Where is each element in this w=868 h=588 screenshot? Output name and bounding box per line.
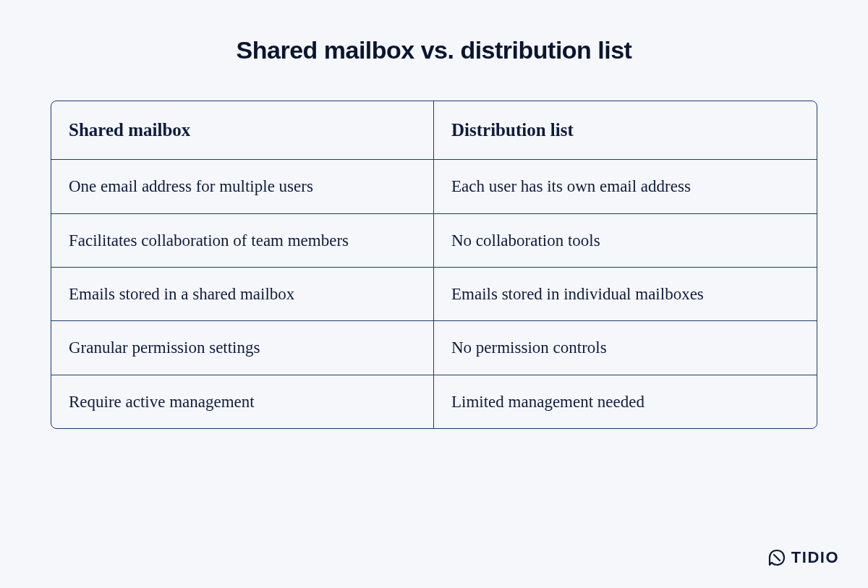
cell-distribution-list: Limited management needed — [434, 375, 817, 428]
cell-distribution-list: No permission controls — [434, 321, 817, 375]
cell-distribution-list: No collaboration tools — [434, 214, 817, 268]
table-row: Granular permission settings No permissi… — [51, 321, 817, 375]
cell-shared-mailbox: Require active management — [51, 375, 434, 428]
table-row: One email address for multiple users Eac… — [51, 160, 817, 213]
tidio-icon — [767, 547, 787, 568]
cell-shared-mailbox: One email address for multiple users — [51, 160, 434, 213]
table-row: Require active management Limited manage… — [51, 375, 817, 428]
brand-logo: TIDIO — [767, 547, 839, 568]
header-shared-mailbox: Shared mailbox — [51, 101, 434, 160]
brand-name: TIDIO — [791, 548, 839, 567]
cell-shared-mailbox: Granular permission settings — [51, 321, 434, 375]
table-row: Facilitates collaboration of team member… — [51, 214, 817, 268]
cell-shared-mailbox: Emails stored in a shared mailbox — [51, 268, 434, 321]
cell-distribution-list: Each user has its own email address — [434, 160, 817, 213]
header-distribution-list: Distribution list — [434, 101, 817, 160]
cell-distribution-list: Emails stored in individual mailboxes — [434, 268, 817, 321]
comparison-table: Shared mailbox Distribution list One ema… — [51, 101, 817, 429]
table-row: Emails stored in a shared mailbox Emails… — [51, 268, 817, 321]
table-header-row: Shared mailbox Distribution list — [51, 101, 817, 160]
cell-shared-mailbox: Facilitates collaboration of team member… — [51, 214, 434, 268]
page-title: Shared mailbox vs. distribution list — [51, 36, 817, 64]
